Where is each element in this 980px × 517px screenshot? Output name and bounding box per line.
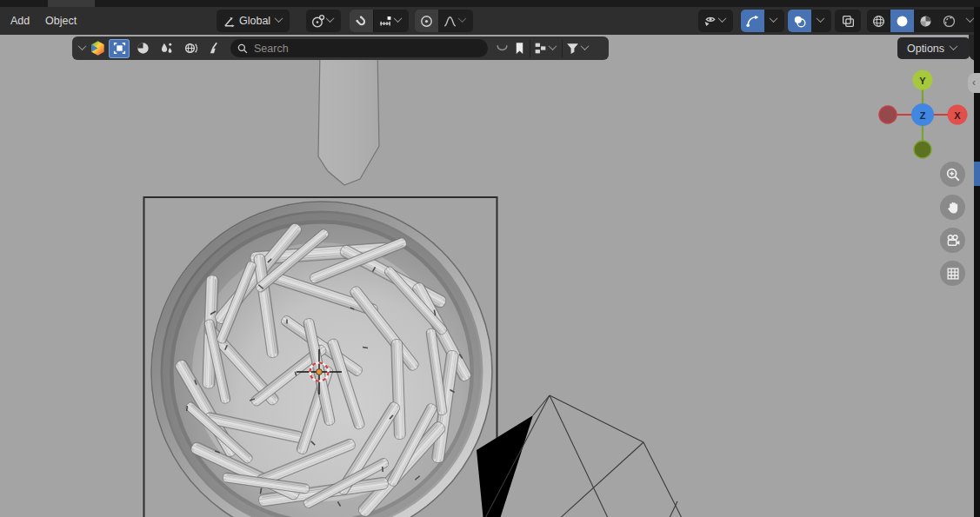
proportional-group [415,10,473,32]
fluid-filter-icon [159,41,174,56]
shading-solid-button[interactable] [890,10,914,32]
menu-add-label: Add [10,15,30,27]
zoom-icon [945,167,961,182]
chevron-down-icon [770,14,778,23]
chevron-down-icon [581,42,590,50]
orientation-value: Global [236,15,274,27]
proportional-toggle-button[interactable] [415,10,438,32]
filter-material-button[interactable] [132,39,153,58]
filter-settings-dropdown[interactable] [565,41,591,56]
chevron-down-icon [718,14,727,23]
search-field[interactable] [230,39,488,57]
pan-button[interactable] [940,195,965,220]
filter-mesh-button[interactable] [109,39,130,58]
overlays-group [788,10,831,32]
blade-object [318,50,379,185]
topbar-sliver [0,0,980,7]
wireframe-cone [477,395,683,517]
xray-icon [841,14,856,29]
chevron-down-icon [458,14,467,23]
proportional-editing-icon [419,14,434,29]
axis-x-label: X [954,110,961,121]
snap-magnet-icon [354,14,369,29]
gizmos-toggle-button[interactable] [741,10,764,32]
transform-orientation-dropdown[interactable]: Global [217,10,290,32]
collapse-chevron-icon[interactable] [78,42,87,50]
snap-group [350,10,409,32]
snap-increment-icon [378,14,393,29]
shading-solid-icon [895,14,910,29]
shading-material-button[interactable] [914,10,937,32]
pan-hand-icon [945,200,961,215]
shading-wireframe-button[interactable] [867,10,890,32]
overlays-dropdown[interactable] [811,10,831,32]
overlays-icon [792,14,807,29]
sidebar-open-tab[interactable]: ‹ [968,73,980,93]
shading-rendered-icon [942,14,957,29]
zoom-button[interactable] [940,162,965,187]
menu-add[interactable]: Add [3,7,37,35]
search-input[interactable] [254,43,482,55]
filter-fluid-button[interactable] [156,39,177,58]
gizmos-icon [745,14,760,29]
chevron-down-icon [966,14,975,23]
chevron-down-icon [817,14,825,23]
viewport-3d[interactable] [0,0,980,517]
filter-funnel-icon [565,41,580,56]
chevron-down-icon [394,14,403,23]
filter-world-button[interactable] [179,39,200,58]
camera-view-button[interactable] [940,228,965,253]
axis-z-label: Z [920,110,926,121]
shading-group [867,10,980,32]
pivot-point-dropdown[interactable] [306,10,341,32]
transform-orientation-icon [221,14,236,29]
chevron-down-icon [950,42,958,50]
blender-window: Add Object Global [0,0,980,517]
world-filter-icon [183,41,197,56]
filter-brush-button[interactable] [203,39,223,58]
chevron-down-icon [326,14,335,23]
viewport-header: Add Object Global [0,7,980,35]
display-mode-icon [533,41,548,56]
visibility-dropdown[interactable] [698,10,733,32]
display-mode-dropdown[interactable] [533,41,559,56]
gizmos-group [741,10,784,32]
falloff-curve-icon [443,14,457,29]
asset-hexagon-icon [90,40,106,56]
pivot-point-icon [310,14,325,29]
visibility-icon [703,14,717,29]
grid-ortho-button[interactable] [940,261,965,286]
curve-falloff-icon[interactable] [495,41,510,56]
chevron-left-icon: ‹ [972,76,976,89]
grid-ortho-icon [945,266,961,282]
navigation-gizmo[interactable]: Y X Z [870,65,974,165]
options-label: Options [907,43,944,55]
search-icon [237,43,249,55]
menu-object-label: Object [45,15,77,27]
overlays-toggle-button[interactable] [788,10,811,32]
axis-neg-x-ball[interactable] [879,106,897,123]
camera-view-icon [945,233,961,249]
asset-shelf-header [72,36,609,60]
xray-toggle-button[interactable] [835,10,861,32]
snap-target-dropdown[interactable] [374,10,409,32]
shading-wireframe-icon [871,14,886,29]
mesh-filter-icon [112,41,127,56]
gizmos-dropdown[interactable] [764,10,784,32]
options-dropdown[interactable]: Options [897,37,970,59]
brush-filter-icon [206,41,221,56]
material-filter-icon [136,41,150,56]
workspace-tab-hint [48,0,95,7]
falloff-dropdown[interactable] [438,10,473,32]
chevron-down-icon [549,42,557,50]
shading-rendered-button[interactable] [937,10,961,32]
chevron-down-icon [275,14,283,23]
scrollbar-thumb[interactable] [974,162,980,186]
axis-neg-y-ball[interactable] [914,141,931,158]
menu-object[interactable]: Object [38,7,83,35]
snap-toggle-button[interactable] [350,10,373,32]
shading-material-icon [918,14,933,29]
bookmark-icon[interactable] [512,41,527,56]
axis-y-label: Y [919,76,926,86]
